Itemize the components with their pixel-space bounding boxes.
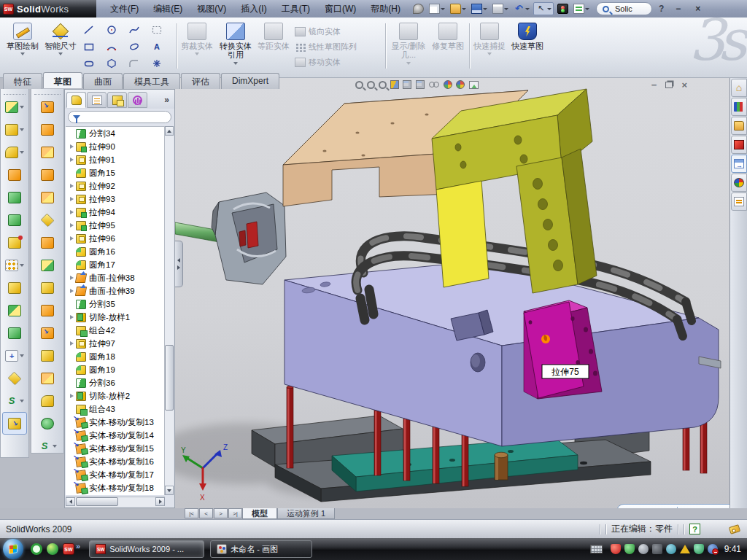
section-view-button[interactable] <box>390 79 400 90</box>
insert-folder-button[interactable] <box>31 209 63 231</box>
menu-item-0[interactable]: 文件(F) <box>104 1 145 18</box>
curve-button[interactable] <box>1 389 28 412</box>
ribbon-tab[interactable]: DimXpert <box>221 73 279 89</box>
taskbar-button-solidworks[interactable]: SW SolidWorks 2009 - ... <box>89 540 204 558</box>
tray-antivirus-red-shield[interactable] <box>611 544 621 554</box>
panel-splitter-handle[interactable] <box>175 241 183 287</box>
tree-item[interactable]: 组合43 <box>66 402 165 416</box>
core-button[interactable] <box>31 186 63 209</box>
sketch-polygon-button[interactable] <box>104 55 127 71</box>
part-yoke-bracket[interactable] <box>432 89 597 293</box>
menu-item-1[interactable]: 编辑(E) <box>147 1 189 18</box>
help-button[interactable]: ? <box>659 4 664 14</box>
tree-item[interactable]: 拉伸96 <box>66 232 165 245</box>
scroll-left-button[interactable] <box>66 497 75 506</box>
display-style-button[interactable] <box>415 79 426 90</box>
print-button[interactable] <box>491 3 510 15</box>
quick-snaps-button[interactable]: 快速捕捉 <box>473 20 506 71</box>
extruded-cut-button[interactable] <box>1 118 28 141</box>
appearances-scenes-tab[interactable] <box>731 174 747 192</box>
apply-scene-button[interactable] <box>443 79 453 90</box>
part-core-insert[interactable] <box>212 192 286 284</box>
tray-badge[interactable] <box>638 544 649 554</box>
quick-launch-overflow[interactable]: » <box>76 542 80 551</box>
tree-item[interactable]: 实体-移动/复制18 <box>66 481 165 494</box>
extruded-boss-button[interactable] <box>1 96 28 118</box>
tray-warning[interactable] <box>680 545 690 553</box>
ribbon-tab[interactable]: 特征 <box>3 73 42 89</box>
offset-entities-button[interactable]: 等距实体 <box>258 20 290 71</box>
reference-geometry-button[interactable] <box>1 344 28 367</box>
tree-item[interactable]: 切除-放样1 <box>66 311 165 324</box>
lofted-boss-button[interactable] <box>1 186 28 209</box>
doc-restore-button[interactable] <box>665 82 673 88</box>
quick-launch-messenger[interactable] <box>31 543 42 555</box>
toolbar-grip[interactable] <box>34 90 61 95</box>
save-button[interactable] <box>470 3 489 15</box>
tab-configuration-manager[interactable] <box>107 92 127 108</box>
keyboard-layout-icon[interactable] <box>590 545 603 553</box>
open-button[interactable] <box>449 3 468 15</box>
tag-icon[interactable] <box>729 524 740 534</box>
design-library-tab[interactable] <box>731 98 747 116</box>
boundary-boss-button[interactable] <box>1 209 28 231</box>
scroll-up-button[interactable] <box>165 126 174 136</box>
tree-item[interactable]: 圆角17 <box>66 258 165 271</box>
tab-feature-manager[interactable] <box>66 92 86 108</box>
taskbar-button-paint[interactable]: 未命名 - 画图 <box>210 540 312 558</box>
tree-horizontal-scrollbar[interactable] <box>66 497 165 507</box>
tree-item[interactable]: 实体-移动/复制15 <box>66 442 165 455</box>
move-entities-button[interactable]: 移动实体 <box>295 55 379 69</box>
doc-close-button[interactable]: × <box>681 79 687 90</box>
document-tab[interactable]: 运动算例 1 <box>277 508 335 519</box>
view-settings-button[interactable] <box>455 79 466 90</box>
fillet-button[interactable] <box>1 141 28 163</box>
tab-nav-2[interactable]: > <box>214 508 228 518</box>
ribbon-tab[interactable]: 草图 <box>43 72 82 88</box>
expand-arrow-icon[interactable] <box>68 223 75 228</box>
tree-item[interactable]: 曲面-拉伸38 <box>66 271 165 284</box>
instant3d-button[interactable] <box>2 412 27 435</box>
trim-entities-button[interactable]: 剪裁实体 <box>180 20 214 71</box>
planar-surface-button[interactable] <box>31 231 63 254</box>
tree-item[interactable]: 实体-移动/复制14 <box>66 429 165 442</box>
sketch-line-button[interactable] <box>82 21 104 38</box>
ejector-pin[interactable] <box>403 416 410 481</box>
tab-nav-1[interactable]: < <box>199 508 213 518</box>
start-button[interactable] <box>3 539 23 559</box>
scroll-down-button[interactable] <box>165 486 174 495</box>
expand-arrow-icon[interactable] <box>68 158 75 162</box>
tree-item[interactable]: 圆角16 <box>66 245 165 258</box>
expand-arrow-icon[interactable] <box>68 210 75 214</box>
tree-item[interactable]: 圆角19 <box>66 363 165 376</box>
ejector-pin[interactable] <box>433 424 439 483</box>
shell-button[interactable] <box>1 322 28 344</box>
tree-item[interactable]: 拉伸91 <box>66 153 165 166</box>
horizontal-scroll-thumb[interactable] <box>76 497 118 506</box>
options-button[interactable] <box>572 3 591 15</box>
sketch-circle-button[interactable] <box>104 21 127 38</box>
linear-sketch-pattern-button[interactable]: 线性草图阵列 <box>295 40 379 53</box>
model-canvas[interactable]: 拉伸75 Y Z X <box>175 78 729 508</box>
menu-item-3[interactable]: 插入(I) <box>234 1 273 18</box>
sketch-text-button[interactable]: A <box>150 38 172 55</box>
sketch-slot-button[interactable] <box>82 55 104 71</box>
scroll-right-button[interactable] <box>155 497 165 506</box>
expand-arrow-icon[interactable] <box>68 276 75 280</box>
expand-arrow-icon[interactable] <box>68 394 75 398</box>
rib-button[interactable] <box>1 276 28 299</box>
view-orientation-button[interactable] <box>402 79 413 90</box>
sketch-fillet-button[interactable] <box>127 55 150 71</box>
parting-line-button[interactable] <box>31 96 63 118</box>
menu-item-6[interactable]: 帮助(H) <box>364 1 407 18</box>
vertical-scroll-thumb[interactable] <box>165 345 174 411</box>
parting-surface-button[interactable] <box>31 141 63 163</box>
zoom-to-area-button[interactable] <box>366 80 376 90</box>
undo-button[interactable]: ↶ <box>512 3 531 15</box>
sketch-select-region-button[interactable] <box>150 21 172 38</box>
doc-minimize-button[interactable]: − <box>651 79 657 90</box>
sketch-ellipse-button[interactable] <box>127 38 150 55</box>
sketch-point-button[interactable] <box>150 55 172 71</box>
trim-surface-button[interactable] <box>31 367 63 389</box>
tree-item[interactable]: 实体-移动/复制17 <box>66 468 165 481</box>
